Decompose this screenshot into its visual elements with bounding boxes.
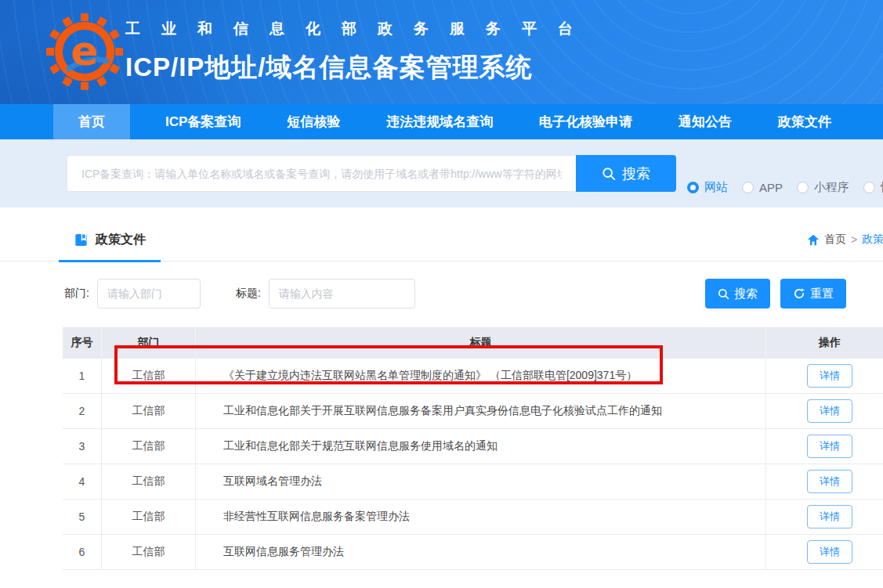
title-filter-input[interactable]: [269, 279, 415, 308]
section-head: 政策文件 首页 > 政策文件: [0, 219, 883, 262]
table-header-dept: 部门: [102, 327, 196, 359]
row-dept: 工信部: [102, 429, 196, 464]
miit-logo-icon: e: [45, 13, 124, 91]
table-row: 6 工信部 互联网信息服务管理办法 详情: [63, 535, 883, 570]
row-number: 5: [63, 500, 102, 534]
radio-circle-icon: [863, 182, 875, 193]
nav-item[interactable]: 首页: [53, 104, 130, 139]
breadcrumb-current: 政策文件: [862, 233, 883, 247]
book-icon: [74, 233, 89, 247]
dept-filter-input[interactable]: [97, 279, 201, 308]
breadcrumb-home-link[interactable]: 首页: [824, 233, 846, 247]
row-number: 4: [63, 464, 102, 499]
detail-button[interactable]: 详情: [807, 470, 852, 493]
row-title: 互联网域名管理办法: [196, 464, 766, 499]
row-number: 6: [63, 535, 102, 569]
radio-circle-icon: [742, 182, 754, 193]
radio-label: 网站: [704, 180, 728, 195]
nav-item[interactable]: 短信核验: [276, 104, 351, 139]
nav-item-label: 政策文件: [778, 113, 831, 131]
detail-button-label: 详情: [820, 546, 840, 557]
tab-policy-files[interactable]: 政策文件: [59, 220, 161, 262]
search-type-radio[interactable]: 小程序: [797, 180, 856, 195]
search-type-radio[interactable]: APP: [742, 181, 790, 194]
radio-circle-icon: [797, 182, 809, 193]
table-header-no: 序号: [63, 327, 102, 359]
row-title: 工业和信息化部关于规范互联网信息服务使用域名的通知: [196, 429, 766, 464]
filter-reset-button-label: 重置: [810, 287, 834, 301]
row-dept: 工信部: [102, 359, 196, 393]
row-title: 互联网信息服务管理办法: [196, 535, 766, 569]
icp-search-button[interactable]: 搜索: [576, 155, 676, 192]
page-header: e 工业和信息化部政务服务平台 ICP/IP地址/域名信息备案管理系统: [0, 0, 883, 104]
refresh-icon: [793, 287, 805, 300]
row-dept: 工信部: [102, 535, 196, 569]
icp-search-input[interactable]: [67, 155, 576, 192]
nav-item-label: 通知公告: [679, 113, 732, 131]
detail-button-label: 详情: [820, 510, 840, 522]
nav-item-label: 短信核验: [287, 113, 340, 131]
icp-search-button-label: 搜索: [622, 164, 650, 183]
table-header-op: 操作: [766, 336, 883, 350]
breadcrumb: 首页 > 政策文件: [807, 233, 883, 247]
nav-item[interactable]: 违法违规域名查询: [375, 104, 504, 139]
filter-search-button[interactable]: 搜索: [705, 279, 770, 308]
radio-label: 小程序: [814, 180, 849, 195]
detail-button[interactable]: 详情: [807, 364, 852, 388]
svg-text:e: e: [71, 27, 98, 74]
main-nav: 首页 ICP备案查询 短信核验 违法违规域名查询 电子化核验申请 通知公告 政策…: [0, 104, 883, 139]
detail-button-label: 详情: [820, 370, 840, 381]
table-header-title: 标题: [196, 327, 766, 359]
row-dept: 工信部: [102, 394, 196, 428]
nav-item-label: 首页: [78, 113, 105, 131]
search-type-group: 网站 APP 小程序 快应用: [687, 180, 883, 195]
table-row: 1 工信部 《关于建立境内违法互联网站黑名单管理制度的通知》 （工信部联电管[2…: [63, 359, 883, 394]
system-title: ICP/IP地址/域名信息备案管理系统: [125, 50, 594, 85]
home-icon: [807, 234, 820, 246]
row-dept: 工信部: [102, 500, 196, 534]
row-number: 2: [63, 394, 102, 428]
nav-menu: 首页 ICP备案查询 短信核验 违法违规域名查询 电子化核验申请 通知公告 政策…: [53, 104, 842, 139]
title-filter-label: 标题:: [236, 287, 261, 301]
radio-circle-icon: [687, 182, 699, 193]
table-body: 1 工信部 《关于建立境内违法互联网站黑名单管理制度的通知》 （工信部联电管[2…: [63, 359, 883, 570]
filter-search-button-label: 搜索: [734, 287, 758, 301]
table-row: 2 工信部 工业和信息化部关于开展互联网信息服务备案用户真实身份信息电子化核验试…: [63, 394, 883, 429]
filter-row: 部门: 标题: 搜索 重置: [64, 279, 883, 308]
table-row: 3 工信部 工业和信息化部关于规范互联网信息服务使用域名的通知 详情: [63, 429, 883, 464]
policy-table: 序号 部门 标题 操作 1 工信部 《关于建立境内违法互联网站黑名单管理制度的通…: [63, 327, 883, 570]
detail-button[interactable]: 详情: [807, 435, 852, 458]
detail-button[interactable]: 详情: [807, 399, 852, 423]
detail-button-label: 详情: [820, 440, 840, 452]
search-type-radio[interactable]: 快应用: [863, 180, 883, 195]
detail-button[interactable]: 详情: [807, 540, 852, 564]
row-title: 非经营性互联网信息服务备案管理办法: [196, 500, 766, 534]
row-dept: 工信部: [102, 464, 196, 499]
detail-button[interactable]: 详情: [807, 505, 852, 528]
nav-item[interactable]: 通知公告: [668, 104, 743, 139]
row-number: 3: [63, 429, 102, 464]
nav-item[interactable]: 电子化核验申请: [528, 104, 643, 139]
detail-button-label: 详情: [820, 475, 840, 487]
icp-search-band: 搜索 网站 APP 小程序 快应用: [0, 139, 883, 207]
breadcrumb-separator: >: [851, 233, 857, 246]
nav-item-label: ICP备案查询: [165, 113, 241, 131]
nav-item-label: 电子化核验申请: [539, 113, 632, 131]
nav-item[interactable]: 政策文件: [767, 104, 842, 139]
nav-item-label: 违法违规域名查询: [386, 113, 493, 131]
section-title: 政策文件: [96, 232, 146, 248]
filter-reset-button[interactable]: 重置: [780, 279, 846, 308]
search-icon: [718, 288, 729, 300]
dept-filter-label: 部门:: [64, 287, 89, 301]
table-row: 5 工信部 非经营性互联网信息服务备案管理办法 详情: [63, 500, 883, 535]
row-title: 《关于建立境内违法互联网站黑名单管理制度的通知》 （工信部联电管[2009]37…: [196, 359, 766, 393]
detail-button-label: 详情: [820, 405, 840, 417]
table-header-row: 序号 部门 标题 操作: [63, 327, 883, 359]
search-type-radio[interactable]: 网站: [687, 180, 735, 195]
magnifier-icon: [602, 167, 616, 181]
platform-title: 工业和信息化部政务服务平台: [125, 19, 594, 39]
table-row: 4 工信部 互联网域名管理办法 详情: [63, 464, 883, 500]
nav-item[interactable]: ICP备案查询: [154, 104, 252, 139]
radio-label: APP: [759, 181, 783, 194]
row-number: 1: [63, 359, 102, 393]
